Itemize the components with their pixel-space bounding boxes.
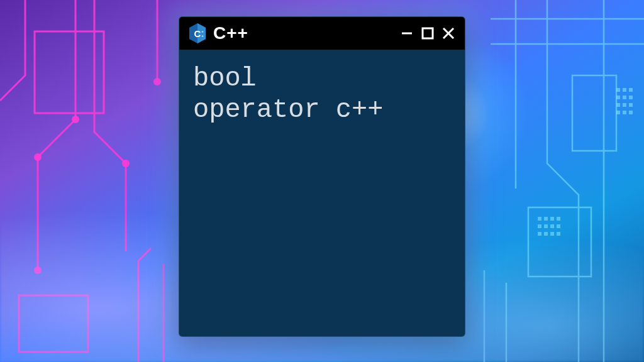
svg-rect-40 [423,28,433,38]
svg-text:+: + [201,30,204,33]
code-line-2: operator c++ [193,95,383,125]
titlebar[interactable]: C + + C++ [179,17,465,50]
code-line-1: bool [193,63,257,94]
maximize-button[interactable] [421,26,435,40]
minimize-button[interactable] [401,26,414,40]
window-controls [401,26,456,41]
window-title: C++ [213,23,394,43]
svg-text:C: C [194,28,201,39]
close-button[interactable] [441,26,456,41]
app-window: C + + C++ bool operator c++ [179,16,465,337]
svg-text:+: + [201,34,204,38]
cpp-icon: C + + [188,23,207,44]
code-content: bool operator c++ [179,50,465,336]
